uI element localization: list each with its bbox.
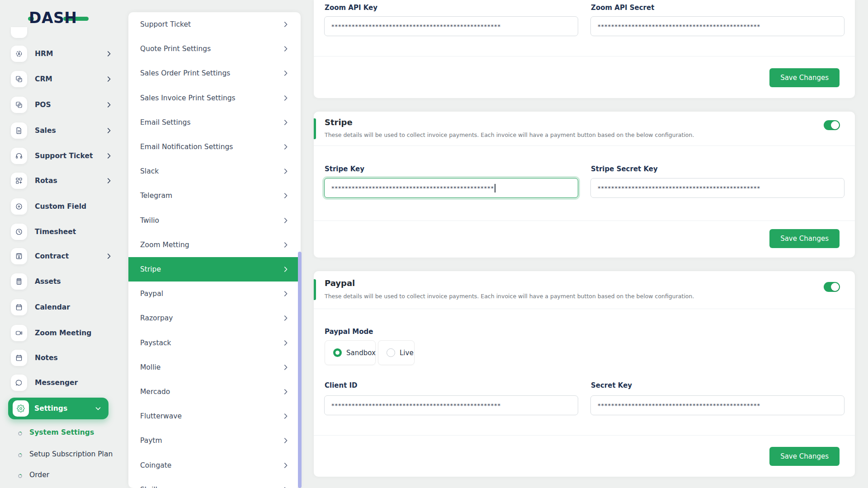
document-icon bbox=[11, 122, 27, 139]
settings-menu-item-slack[interactable]: Slack bbox=[128, 159, 301, 183]
stripe-key-input[interactable]: ****************************************… bbox=[324, 178, 578, 198]
settings-menu-item-mercado[interactable]: Mercado bbox=[128, 380, 301, 404]
settings-menu-item-quote-print-settings[interactable]: Quote Print Settings bbox=[128, 37, 301, 61]
sidebar-item-label: Custom Field bbox=[35, 198, 86, 215]
settings-menu-item-coingate[interactable]: Coingate bbox=[128, 453, 301, 478]
zoom-api-key-input[interactable] bbox=[324, 16, 578, 36]
settings-menu-item-skrill[interactable]: Skrill bbox=[128, 478, 301, 488]
settings-menu-item-sales-order-print-settings[interactable]: Sales Order Print Settings bbox=[128, 61, 301, 85]
chevron-right-icon bbox=[282, 45, 290, 53]
settings-menu-item-label: Flutterwave bbox=[140, 404, 182, 428]
sidebar-item-hrm[interactable]: HRM bbox=[11, 46, 116, 62]
save-changes-button[interactable]: Save Changes bbox=[769, 447, 840, 466]
settings-menu-item-paytm[interactable]: Paytm bbox=[128, 428, 301, 453]
settings-menu-item-email-notification-settings[interactable]: Email Notification Settings bbox=[128, 135, 301, 159]
divider bbox=[314, 56, 855, 56]
zoom-settings-card: Zoom API Key Zoom API Secret Save Change… bbox=[314, 0, 855, 98]
divider bbox=[314, 221, 855, 221]
settings-menu-item-twilio[interactable]: Twilio bbox=[128, 208, 301, 233]
sidebar-subitem-setup-subscription-plan[interactable]: Setup Subscription Plan bbox=[17, 449, 117, 460]
sidebar-item-assets[interactable]: Assets bbox=[11, 273, 116, 290]
settings-menu-item-flutterwave[interactable]: Flutterwave bbox=[128, 404, 301, 428]
sidebar-subitem-order[interactable]: Order bbox=[17, 469, 117, 480]
chevron-right-icon bbox=[105, 127, 113, 135]
sidebar-subitem-label: Order bbox=[29, 469, 49, 480]
paypal-enabled-toggle[interactable] bbox=[824, 282, 840, 292]
copy-icon bbox=[11, 97, 27, 113]
sidebar-item-label: Messenger bbox=[35, 375, 78, 391]
stripe-card-subtitle: These details will be used to collect in… bbox=[325, 131, 694, 138]
copy-icon bbox=[11, 71, 27, 87]
sidebar-item-label: Notes bbox=[35, 350, 58, 366]
chevron-right-icon bbox=[282, 216, 290, 225]
app-canvas: DASH HRMCRMPOSSalesSupport TicketRotasCu… bbox=[0, 0, 868, 488]
sidebar-item-crm[interactable]: CRM bbox=[11, 71, 116, 87]
settings-menu-item-stripe[interactable]: Stripe bbox=[128, 257, 301, 282]
sidebar-item-label: Settings bbox=[34, 398, 67, 419]
settings-menu-item-paystack[interactable]: Paystack bbox=[128, 331, 301, 355]
sidebar-item-sales[interactable]: Sales bbox=[11, 122, 116, 139]
card-accent-bar bbox=[314, 118, 316, 139]
settings-menu-item-sales-invoice-print-settings[interactable]: Sales Invoice Print Settings bbox=[128, 86, 301, 110]
mode-option-label: Sandbox bbox=[346, 349, 376, 357]
sidebar-item-label: Calendar bbox=[35, 299, 70, 315]
stripe-enabled-toggle[interactable] bbox=[824, 120, 840, 130]
chevron-right-icon bbox=[105, 101, 113, 109]
sidebar-item-notes[interactable]: Notes bbox=[11, 350, 116, 366]
settings-menu-item-label: Sales Invoice Print Settings bbox=[140, 86, 236, 110]
settings-menu-item-zoom-metting[interactable]: Zoom Metting bbox=[128, 233, 301, 257]
chevron-right-icon bbox=[282, 339, 290, 347]
chevron-right-icon bbox=[105, 75, 113, 83]
settings-menu-item-label: Telegram bbox=[140, 183, 172, 208]
settings-menu-item-label: Quote Print Settings bbox=[140, 37, 211, 61]
stripe-secret-key-input[interactable] bbox=[590, 178, 844, 198]
sidebar-item-support-ticket[interactable]: Support Ticket bbox=[11, 148, 116, 164]
radio-selected-icon[interactable] bbox=[333, 348, 342, 357]
sidebar-item-settings[interactable]: Settings bbox=[8, 398, 108, 419]
settings-menu-item-telegram[interactable]: Telegram bbox=[128, 183, 301, 208]
stripe-key-value: ****************************************… bbox=[331, 185, 494, 192]
sidebar-item-calendar[interactable]: Calendar bbox=[11, 299, 116, 315]
save-icon bbox=[11, 248, 27, 264]
chevron-right-icon bbox=[282, 388, 290, 396]
sidebar-partial-icon-box bbox=[11, 27, 27, 38]
sidebar-item-rotas[interactable]: Rotas bbox=[11, 173, 116, 189]
save-changes-button[interactable]: Save Changes bbox=[769, 229, 840, 248]
settings-menu-item-support-ticket[interactable]: Support Ticket bbox=[128, 12, 301, 37]
sidebar-item-contract[interactable]: Contract bbox=[11, 248, 116, 264]
secret-key-input[interactable] bbox=[590, 395, 844, 415]
save-changes-button[interactable]: Save Changes bbox=[769, 68, 840, 87]
zoom-api-secret-input[interactable] bbox=[590, 16, 844, 36]
paypal-mode-live-option[interactable]: Live bbox=[378, 340, 415, 365]
settings-menu-scrollbar[interactable] bbox=[298, 252, 302, 488]
sidebar-item-pos[interactable]: POS bbox=[11, 97, 116, 113]
ring-icon bbox=[17, 430, 23, 436]
settings-menu-item-label: Skrill bbox=[140, 478, 157, 488]
stripe-key-label: Stripe Key bbox=[325, 165, 364, 173]
sidebar-item-messenger[interactable]: Messenger bbox=[11, 375, 116, 391]
settings-menu-item-paypal[interactable]: Paypal bbox=[128, 282, 301, 306]
sidebar-subitem-system-settings[interactable]: System Settings bbox=[17, 427, 117, 438]
settings-menu-item-mollie[interactable]: Mollie bbox=[128, 355, 301, 380]
ring-icon bbox=[17, 472, 23, 478]
chevron-right-icon bbox=[282, 167, 290, 175]
calendar-icon bbox=[11, 350, 27, 366]
settings-menu-item-razorpay[interactable]: Razorpay bbox=[128, 306, 301, 330]
sidebar-subitem-label: Setup Subscription Plan bbox=[29, 449, 113, 460]
hrm-icon bbox=[11, 46, 27, 62]
chevron-right-icon bbox=[282, 461, 290, 469]
paypal-mode-sandbox-option[interactable]: Sandbox bbox=[325, 340, 376, 365]
settings-menu-item-label: Paypal bbox=[140, 282, 163, 306]
settings-menu-item-email-settings[interactable]: Email Settings bbox=[128, 110, 301, 135]
settings-menu-item-label: Support Ticket bbox=[140, 12, 191, 37]
settings-menu-item-label: Stripe bbox=[140, 257, 161, 282]
client-id-input[interactable] bbox=[324, 395, 578, 415]
settings-menu-item-label: Razorpay bbox=[140, 306, 173, 330]
chevron-right-icon bbox=[282, 143, 290, 151]
radio-unselected-icon[interactable] bbox=[387, 348, 395, 357]
sidebar-item-custom-field[interactable]: Custom Field bbox=[11, 198, 116, 215]
toggle-knob bbox=[831, 121, 839, 129]
chevron-right-icon bbox=[282, 265, 290, 273]
sidebar-item-zoom-meeting[interactable]: Zoom Meeting bbox=[11, 325, 116, 341]
sidebar-item-timesheet[interactable]: Timesheet bbox=[11, 224, 116, 240]
